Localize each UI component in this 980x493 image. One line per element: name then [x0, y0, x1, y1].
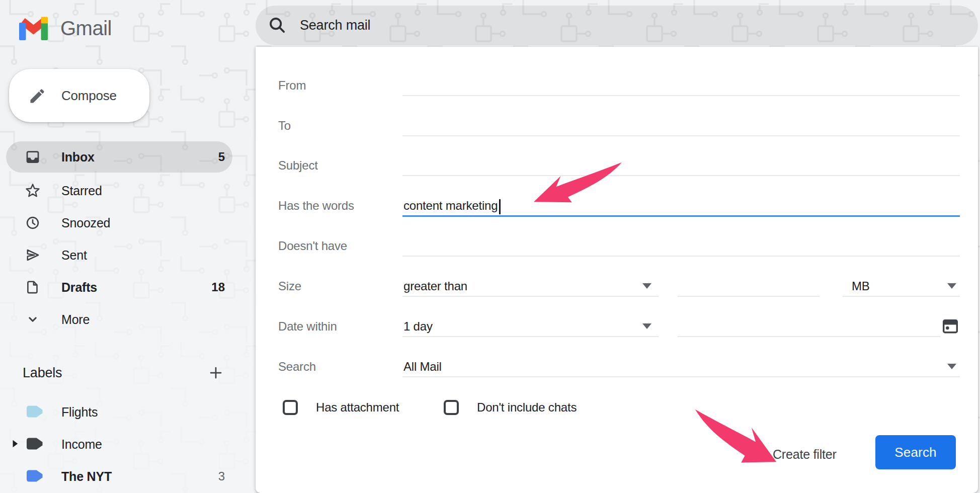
from-input[interactable] — [402, 74, 960, 95]
search-icon[interactable] — [268, 16, 287, 35]
from-underline — [402, 95, 960, 96]
labels-heading: Labels — [23, 365, 62, 380]
sidebar-item-drafts[interactable]: Drafts 18 — [6, 272, 232, 303]
dropdown-arrow-icon — [642, 283, 651, 289]
dropdown-arrow-icon — [947, 283, 956, 289]
sidebar-label-flights[interactable]: Flights — [6, 397, 232, 426]
send-icon — [25, 248, 40, 263]
size-unit-select[interactable]: MB — [843, 275, 960, 295]
draft-icon — [25, 280, 40, 295]
date-within-value: 1 day — [403, 318, 433, 335]
sidebar-item-label: More — [61, 311, 90, 327]
field-label-has-the-words: Has the words — [278, 198, 354, 214]
field-label-doesnt-have: Doesn't have — [278, 238, 347, 254]
search-button[interactable]: Search — [875, 435, 956, 469]
expand-caret-icon[interactable] — [13, 440, 18, 448]
gmail-logo-icon — [19, 16, 48, 40]
size-operator-select[interactable]: greater than — [402, 275, 659, 295]
has-attachment-label[interactable]: Has attachment — [316, 400, 399, 415]
search-input[interactable]: Search mail — [300, 17, 370, 34]
search-scope-select[interactable]: All Mail — [402, 356, 960, 376]
dont-include-chats-label[interactable]: Don't include chats — [477, 400, 577, 415]
sidebar-item-starred[interactable]: Starred — [6, 175, 232, 206]
field-label-size: Size — [278, 278, 301, 294]
compose-label: Compose — [61, 88, 117, 104]
label-tag-icon — [27, 405, 43, 418]
size-amount-underline — [678, 296, 820, 297]
sidebar-label-income[interactable]: Income — [6, 429, 232, 458]
calendar-icon — [942, 317, 959, 335]
plus-icon — [208, 365, 223, 380]
field-label-search-scope: Search — [278, 359, 316, 375]
sidebar-item-label: Inbox — [61, 149, 95, 165]
label-tag-icon — [27, 469, 43, 482]
unread-count: 5 — [190, 149, 225, 165]
sidebar-item-label: Sent — [61, 247, 87, 263]
field-label-to: To — [278, 118, 291, 134]
has-attachment-checkbox[interactable] — [283, 400, 298, 415]
pencil-icon — [28, 87, 46, 105]
field-label-subject: Subject — [278, 157, 318, 174]
date-within-underline — [402, 336, 659, 337]
subject-input[interactable] — [402, 154, 960, 175]
sidebar-label-text: Flights — [61, 404, 98, 420]
subject-underline — [402, 175, 960, 176]
doesnt-have-underline — [402, 256, 960, 257]
gmail-wordmark: Gmail — [60, 17, 112, 40]
clock-icon — [25, 215, 40, 230]
search-scope-underline — [402, 376, 960, 377]
size-operator-underline — [402, 296, 659, 297]
has-the-words-input[interactable]: content marketing — [402, 195, 960, 215]
gmail-app-window: Gmail Compose Inbox 5 Starred — [0, 0, 980, 493]
sidebar-item-inbox[interactable]: Inbox 5 — [6, 141, 232, 173]
sidebar-label-the-nyt[interactable]: The NYT 3 — [6, 461, 232, 490]
sidebar-label-text: Income — [61, 436, 102, 452]
to-input[interactable] — [402, 115, 960, 135]
size-unit-underline — [843, 296, 960, 297]
advanced-search-panel: From To Subject Has the words content ma… — [256, 47, 978, 493]
dont-include-chats-checkbox[interactable] — [444, 400, 459, 415]
to-underline — [402, 135, 960, 136]
unread-count: 18 — [190, 279, 225, 295]
star-icon — [25, 183, 40, 198]
size-operator-value: greater than — [403, 278, 467, 294]
dropdown-arrow-icon — [642, 323, 651, 329]
calendar-button[interactable] — [941, 317, 960, 336]
search-bar[interactable]: Search mail — [256, 6, 978, 45]
has-the-words-value: content marketing — [403, 198, 498, 214]
add-label-button[interactable] — [207, 364, 224, 381]
doesnt-have-input[interactable] — [402, 235, 960, 255]
sidebar-item-more[interactable]: More — [6, 304, 232, 335]
sidebar-item-snoozed[interactable]: Snoozed — [6, 207, 232, 238]
search-button-label: Search — [894, 445, 937, 460]
date-input[interactable] — [678, 315, 940, 336]
chevron-down-icon — [25, 312, 40, 327]
has-the-words-underline — [402, 215, 960, 217]
sidebar-item-label: Starred — [61, 183, 102, 199]
sidebar-item-sent[interactable]: Sent — [6, 239, 232, 271]
date-within-select[interactable]: 1 day — [402, 315, 659, 336]
sidebar-item-label: Snoozed — [61, 215, 110, 231]
size-amount-input[interactable] — [678, 275, 820, 295]
size-unit-value: MB — [852, 278, 870, 294]
label-tag-icon — [27, 437, 43, 450]
label-count: 3 — [190, 468, 225, 484]
date-input-underline — [678, 336, 940, 337]
create-filter-button[interactable]: Create filter — [773, 447, 837, 461]
sidebar-item-label: Drafts — [61, 279, 97, 295]
gmail-logo[interactable]: Gmail — [19, 15, 150, 41]
dropdown-arrow-icon — [947, 364, 956, 369]
text-cursor — [499, 199, 501, 214]
field-label-date-within: Date within — [278, 318, 337, 335]
inbox-icon — [25, 149, 40, 165]
search-scope-value: All Mail — [403, 359, 442, 375]
sidebar-label-text: The NYT — [61, 468, 112, 484]
field-label-from: From — [278, 77, 306, 94]
compose-button[interactable]: Compose — [9, 69, 149, 122]
